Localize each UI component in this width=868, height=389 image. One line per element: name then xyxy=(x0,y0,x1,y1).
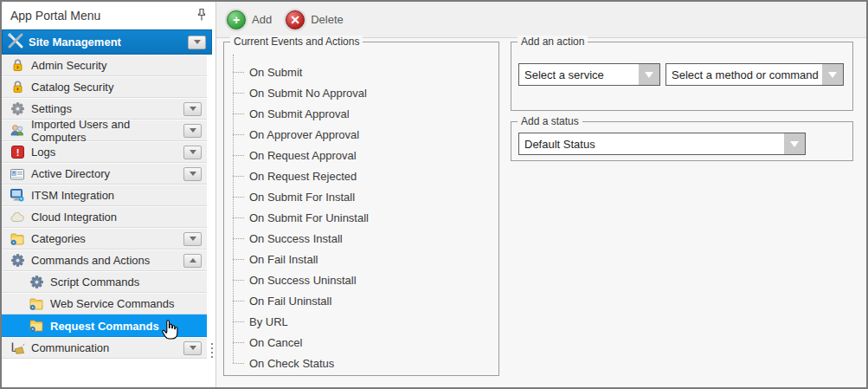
tree-item-label: On Request Approval xyxy=(249,149,357,162)
tree-item[interactable]: On Approver Approval xyxy=(233,124,493,145)
dropdown-arrow-icon[interactable] xyxy=(822,64,843,85)
chevron-down-icon[interactable] xyxy=(183,341,202,355)
sidebar-item-label: Script Commands xyxy=(50,276,139,289)
add-button[interactable]: + Add xyxy=(227,10,272,29)
tree-item-label: By URL xyxy=(249,315,288,328)
tree-item-label: On Request Rejected xyxy=(249,170,357,183)
status-select-value: Default Status xyxy=(519,133,784,154)
tree-item[interactable]: On Check Status xyxy=(233,353,493,373)
add-action-groupbox-title: Add an action xyxy=(518,36,588,48)
chevron-down-icon[interactable] xyxy=(183,167,202,181)
chevron-down-icon[interactable] xyxy=(183,232,202,246)
sidebar-item-script-commands[interactable]: Script Commands xyxy=(2,271,207,293)
sidebar-item-site-management[interactable]: Site Management xyxy=(2,29,212,55)
gear-icon xyxy=(9,254,26,267)
tree-branch-line xyxy=(233,217,244,218)
splitter-grip[interactable] xyxy=(211,343,213,358)
log-alert-icon: ! xyxy=(9,146,26,159)
tree-item[interactable]: On Success Install xyxy=(233,228,493,249)
add-action-groupbox: Add an action Select a service Select a … xyxy=(511,42,853,111)
sidebar-item-label: Catalog Security xyxy=(31,81,113,94)
tree-item-label: On Submit For Uninstall xyxy=(249,211,369,224)
sidebar-item-categories[interactable]: Categories xyxy=(2,228,207,250)
sidebar-item-request-commands[interactable]: Request Commands xyxy=(2,314,207,337)
delete-button[interactable]: ✕ Delete xyxy=(286,10,344,29)
tree-item[interactable]: On Submit No Approval xyxy=(233,82,493,103)
sidebar-item-cloud-integration[interactable]: Cloud Integration xyxy=(2,206,207,228)
pin-icon[interactable] xyxy=(196,8,207,24)
chevron-down-icon[interactable] xyxy=(183,124,202,138)
chevron-down-icon[interactable] xyxy=(183,146,202,159)
sidebar-item-logs[interactable]: ! Logs xyxy=(2,141,207,163)
sidebar-item-label: Imported Users and Computers xyxy=(31,118,183,144)
tree-item[interactable]: On Submit For Uninstall xyxy=(233,207,493,228)
content-area: Current Events and Actions On Submit On … xyxy=(216,38,866,387)
tree-item[interactable]: On Submit xyxy=(233,62,493,82)
sidebar-item-imported-users[interactable]: Imported Users and Computers xyxy=(2,120,207,141)
tree-branch-line xyxy=(233,363,244,364)
cloud-icon xyxy=(9,212,26,223)
folder-gear-icon xyxy=(28,320,45,332)
tree-branch-line xyxy=(233,93,244,94)
tree-branch-line xyxy=(233,238,244,239)
dropdown-arrow-icon[interactable] xyxy=(639,64,659,85)
users-icon xyxy=(9,124,26,137)
tree-item-label: On Success Uninstall xyxy=(249,274,357,287)
sidebar-item-catalog-security[interactable]: Catalog Security xyxy=(2,76,207,98)
tree-item[interactable]: On Request Approval xyxy=(233,145,493,165)
tree-item[interactable]: On Cancel xyxy=(233,332,493,353)
sidebar-item-web-service-commands[interactable]: Web Service Commands xyxy=(2,293,207,314)
sidebar-item-label: Cloud Integration xyxy=(31,211,117,224)
sidebar-item-admin-security[interactable]: Admin Security xyxy=(2,55,207,76)
service-select[interactable]: Select a service xyxy=(518,63,660,86)
tree-item-label: On Submit xyxy=(249,66,302,79)
sidebar-list: Admin Security Catalog Security Settings… xyxy=(2,55,207,359)
sidebar-header: App Portal Menu xyxy=(2,2,215,29)
method-select[interactable]: Select a method or command xyxy=(665,63,844,86)
sidebar-item-settings[interactable]: Settings xyxy=(2,98,207,120)
tree-guide-line xyxy=(233,55,234,363)
tree-item-label: On Fail Install xyxy=(249,253,318,266)
chevron-down-icon[interactable] xyxy=(183,102,202,116)
sidebar-item-label: Categories xyxy=(31,232,86,245)
sidebar-item-itsm-integration[interactable]: ITSM Integration xyxy=(2,185,207,206)
chevron-down-icon[interactable] xyxy=(188,36,206,49)
sidebar-item-label: Commands and Actions xyxy=(31,254,150,267)
add-status-groupbox-title: Add a status xyxy=(518,115,582,127)
add-button-label: Add xyxy=(252,13,272,26)
method-select-value: Select a method or command xyxy=(666,64,822,85)
sidebar-item-communication[interactable]: Communication xyxy=(2,337,207,359)
tree-item[interactable]: On Submit For Install xyxy=(233,186,493,207)
tree-item-label: On Success Install xyxy=(249,232,343,245)
gear-icon xyxy=(28,276,45,289)
tree-branch-line xyxy=(233,280,244,281)
sidebar-item-label: Logs xyxy=(31,146,55,159)
tree-item[interactable]: By URL xyxy=(233,311,493,332)
plus-circle-icon: + xyxy=(227,10,246,29)
tree-item[interactable]: On Request Rejected xyxy=(233,165,493,186)
sidebar-item-commands-and-actions[interactable]: Commands and Actions xyxy=(2,250,207,271)
tree-item[interactable]: On Fail Uninstall xyxy=(233,290,493,311)
tree-item-label: On Cancel xyxy=(249,336,302,349)
sidebar-item-active-directory[interactable]: Active Directory xyxy=(2,163,207,185)
status-select[interactable]: Default Status xyxy=(518,133,806,155)
dropdown-arrow-icon[interactable] xyxy=(784,133,805,154)
gear-icon xyxy=(9,102,26,115)
tree-branch-line xyxy=(233,197,244,198)
sidebar-item-label: Admin Security xyxy=(31,59,106,72)
delete-button-label: Delete xyxy=(311,13,344,26)
chevron-up-icon[interactable] xyxy=(183,254,202,268)
x-circle-icon: ✕ xyxy=(286,10,305,29)
sidebar-item-label: Site Management xyxy=(29,36,188,49)
tree-item[interactable]: On Success Uninstall xyxy=(233,269,493,290)
sidebar-item-label: Settings xyxy=(31,102,72,115)
tree-branch-line xyxy=(233,155,244,156)
tree-branch-line xyxy=(233,301,244,301)
main-panel: + Add ✕ Delete Current Events and Action… xyxy=(216,2,866,387)
tree-item[interactable]: On Fail Install xyxy=(233,249,493,269)
tree-branch-line xyxy=(233,259,244,260)
events-groupbox-title: Current Events and Actions xyxy=(230,36,363,48)
tree-item[interactable]: On Submit Approval xyxy=(233,103,493,124)
sidebar-item-label: Active Directory xyxy=(31,167,110,180)
service-select-value: Select a service xyxy=(519,64,639,85)
